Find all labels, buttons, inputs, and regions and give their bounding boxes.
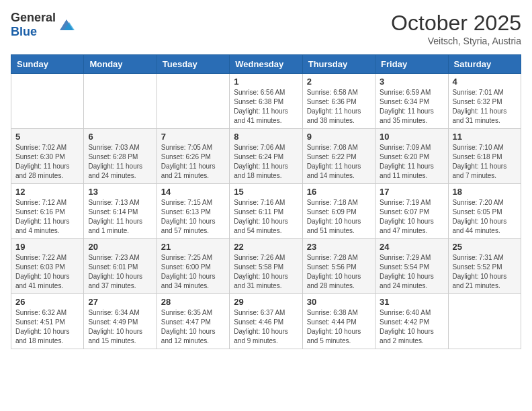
calendar-table: SundayMondayTuesdayWednesdayThursdayFrid… (11, 54, 521, 349)
day-info: Sunrise: 7:16 AM Sunset: 6:11 PM Dayligh… (234, 198, 298, 236)
calendar-cell: 19Sunrise: 7:22 AM Sunset: 6:03 PM Dayli… (11, 239, 84, 294)
calendar-cell: 15Sunrise: 7:16 AM Sunset: 6:11 PM Dayli… (230, 184, 302, 239)
calendar-cell: 5Sunrise: 7:02 AM Sunset: 6:30 PM Daylig… (11, 129, 84, 184)
day-number: 2 (307, 77, 371, 87)
week-row-2: 5Sunrise: 7:02 AM Sunset: 6:30 PM Daylig… (11, 129, 521, 184)
day-info: Sunrise: 7:06 AM Sunset: 6:24 PM Dayligh… (234, 143, 298, 181)
day-number: 21 (161, 242, 225, 252)
day-number: 31 (380, 297, 443, 307)
day-info: Sunrise: 6:32 AM Sunset: 4:51 PM Dayligh… (15, 308, 79, 346)
day-number: 20 (88, 242, 152, 252)
day-info: Sunrise: 7:01 AM Sunset: 6:32 PM Dayligh… (453, 88, 517, 126)
day-number: 28 (161, 297, 225, 307)
day-number: 10 (380, 132, 443, 142)
day-info: Sunrise: 7:28 AM Sunset: 5:56 PM Dayligh… (307, 253, 371, 291)
day-number: 29 (234, 297, 298, 307)
day-number: 16 (307, 187, 371, 197)
calendar-cell: 27Sunrise: 6:34 AM Sunset: 4:49 PM Dayli… (84, 294, 157, 349)
calendar-cell: 9Sunrise: 7:08 AM Sunset: 6:22 PM Daylig… (302, 129, 375, 184)
day-info: Sunrise: 6:34 AM Sunset: 4:49 PM Dayligh… (88, 308, 152, 346)
calendar-cell (157, 74, 229, 129)
calendar-cell: 22Sunrise: 7:26 AM Sunset: 5:58 PM Dayli… (230, 239, 302, 294)
weekday-header-thursday: Thursday (302, 55, 375, 74)
calendar-cell: 12Sunrise: 7:12 AM Sunset: 6:16 PM Dayli… (11, 184, 84, 239)
weekday-header-monday: Monday (84, 55, 157, 74)
calendar-cell (11, 74, 84, 129)
weekday-header-row: SundayMondayTuesdayWednesdayThursdayFrid… (11, 55, 521, 74)
day-number: 5 (15, 132, 79, 142)
logo-icon (57, 15, 76, 34)
day-number: 11 (453, 132, 517, 142)
day-number: 9 (307, 132, 371, 142)
day-info: Sunrise: 6:56 AM Sunset: 6:38 PM Dayligh… (234, 88, 298, 126)
day-number: 18 (453, 187, 517, 197)
day-number: 24 (380, 242, 443, 252)
logo-blue: Blue (11, 25, 37, 38)
day-info: Sunrise: 7:26 AM Sunset: 5:58 PM Dayligh… (234, 253, 298, 291)
calendar-cell: 28Sunrise: 6:35 AM Sunset: 4:47 PM Dayli… (157, 294, 229, 349)
day-number: 15 (234, 187, 298, 197)
day-info: Sunrise: 7:19 AM Sunset: 6:07 PM Dayligh… (380, 198, 443, 236)
day-number: 3 (380, 77, 443, 87)
day-info: Sunrise: 7:18 AM Sunset: 6:09 PM Dayligh… (307, 198, 371, 236)
calendar-cell: 23Sunrise: 7:28 AM Sunset: 5:56 PM Dayli… (302, 239, 375, 294)
day-info: Sunrise: 7:29 AM Sunset: 5:54 PM Dayligh… (380, 253, 443, 291)
day-info: Sunrise: 6:37 AM Sunset: 4:46 PM Dayligh… (234, 308, 298, 346)
day-number: 22 (234, 242, 298, 252)
day-info: Sunrise: 7:08 AM Sunset: 6:22 PM Dayligh… (307, 143, 371, 181)
calendar-cell: 4Sunrise: 7:01 AM Sunset: 6:32 PM Daylig… (448, 74, 521, 129)
day-info: Sunrise: 6:35 AM Sunset: 4:47 PM Dayligh… (161, 308, 225, 346)
weekday-header-friday: Friday (375, 55, 448, 74)
day-info: Sunrise: 6:59 AM Sunset: 6:34 PM Dayligh… (380, 88, 443, 126)
calendar-cell: 7Sunrise: 7:05 AM Sunset: 6:26 PM Daylig… (157, 129, 229, 184)
calendar-cell (84, 74, 157, 129)
calendar-cell: 31Sunrise: 6:40 AM Sunset: 4:42 PM Dayli… (375, 294, 448, 349)
weekday-header-wednesday: Wednesday (230, 55, 302, 74)
day-number: 12 (15, 187, 79, 197)
calendar-cell: 26Sunrise: 6:32 AM Sunset: 4:51 PM Dayli… (11, 294, 84, 349)
day-info: Sunrise: 7:09 AM Sunset: 6:20 PM Dayligh… (380, 143, 443, 181)
week-row-5: 26Sunrise: 6:32 AM Sunset: 4:51 PM Dayli… (11, 294, 521, 349)
calendar-cell: 3Sunrise: 6:59 AM Sunset: 6:34 PM Daylig… (375, 74, 448, 129)
calendar-cell: 6Sunrise: 7:03 AM Sunset: 6:28 PM Daylig… (84, 129, 157, 184)
calendar-cell: 1Sunrise: 6:56 AM Sunset: 6:38 PM Daylig… (230, 74, 302, 129)
month-title: October 2025 (391, 11, 521, 36)
calendar-cell: 24Sunrise: 7:29 AM Sunset: 5:54 PM Dayli… (375, 239, 448, 294)
day-number: 6 (88, 132, 152, 142)
week-row-4: 19Sunrise: 7:22 AM Sunset: 6:03 PM Dayli… (11, 239, 521, 294)
day-number: 13 (88, 187, 152, 197)
day-number: 1 (234, 77, 298, 87)
calendar-cell: 29Sunrise: 6:37 AM Sunset: 4:46 PM Dayli… (230, 294, 302, 349)
calendar-cell (448, 294, 521, 349)
weekday-header-saturday: Saturday (448, 55, 521, 74)
day-number: 7 (161, 132, 225, 142)
week-row-3: 12Sunrise: 7:12 AM Sunset: 6:16 PM Dayli… (11, 184, 521, 239)
week-row-1: 1Sunrise: 6:56 AM Sunset: 6:38 PM Daylig… (11, 74, 521, 129)
day-number: 23 (307, 242, 371, 252)
day-number: 17 (380, 187, 443, 197)
logo-text: General Blue (11, 11, 56, 39)
day-number: 14 (161, 187, 225, 197)
day-info: Sunrise: 7:02 AM Sunset: 6:30 PM Dayligh… (15, 143, 79, 181)
calendar-cell: 16Sunrise: 7:18 AM Sunset: 6:09 PM Dayli… (302, 184, 375, 239)
weekday-header-tuesday: Tuesday (157, 55, 229, 74)
title-block: October 2025 Veitsch, Styria, Austria (391, 11, 521, 46)
calendar-cell: 25Sunrise: 7:31 AM Sunset: 5:52 PM Dayli… (448, 239, 521, 294)
page-header: General Blue October 2025 Veitsch, Styri… (11, 11, 521, 46)
logo-general: General (11, 11, 56, 24)
calendar-cell: 17Sunrise: 7:19 AM Sunset: 6:07 PM Dayli… (375, 184, 448, 239)
day-info: Sunrise: 6:38 AM Sunset: 4:44 PM Dayligh… (307, 308, 371, 346)
day-number: 19 (15, 242, 79, 252)
day-info: Sunrise: 7:12 AM Sunset: 6:16 PM Dayligh… (15, 198, 79, 236)
day-info: Sunrise: 7:03 AM Sunset: 6:28 PM Dayligh… (88, 143, 152, 181)
day-number: 4 (453, 77, 517, 87)
day-info: Sunrise: 7:20 AM Sunset: 6:05 PM Dayligh… (453, 198, 517, 236)
day-info: Sunrise: 7:10 AM Sunset: 6:18 PM Dayligh… (453, 143, 517, 181)
day-info: Sunrise: 7:25 AM Sunset: 6:00 PM Dayligh… (161, 253, 225, 291)
day-info: Sunrise: 7:15 AM Sunset: 6:13 PM Dayligh… (161, 198, 225, 236)
calendar-cell: 10Sunrise: 7:09 AM Sunset: 6:20 PM Dayli… (375, 129, 448, 184)
calendar-cell: 11Sunrise: 7:10 AM Sunset: 6:18 PM Dayli… (448, 129, 521, 184)
day-info: Sunrise: 6:40 AM Sunset: 4:42 PM Dayligh… (380, 308, 443, 346)
day-info: Sunrise: 7:05 AM Sunset: 6:26 PM Dayligh… (161, 143, 225, 181)
day-number: 27 (88, 297, 152, 307)
